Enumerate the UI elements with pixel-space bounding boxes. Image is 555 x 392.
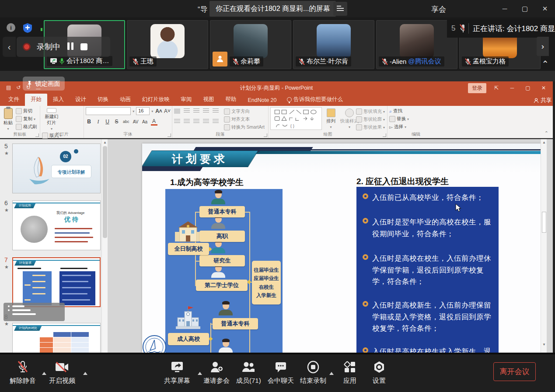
shape-fill-button[interactable]: 形状填充▾	[356, 108, 385, 116]
font-dialog-launcher[interactable]	[168, 133, 171, 137]
scroll-up-icon[interactable]: ▲	[103, 140, 107, 144]
shape-outline-button[interactable]: 形状轮廓▾	[356, 116, 385, 123]
minimize-button[interactable]: ─	[495, 0, 515, 18]
apps-button[interactable]: 应用	[343, 360, 356, 385]
italic-button[interactable]: I	[95, 119, 101, 125]
tab-slideshow[interactable]: 幻灯片放映	[136, 94, 175, 106]
select-button[interactable]: ▻选择▾	[389, 123, 443, 131]
tab-animations[interactable]: 动画	[114, 94, 136, 106]
collapse-strip-chevron-icon[interactable]: ⌃	[541, 59, 549, 69]
arrange-button[interactable]: 排列▾	[325, 108, 337, 132]
tab-help[interactable]: 帮助	[220, 94, 242, 106]
line-spacing-icon[interactable]	[213, 108, 219, 114]
floating-panel-collapsed[interactable]	[3, 303, 65, 321]
cut-button[interactable]: 剪切	[16, 107, 37, 115]
tab-file[interactable]: 文件	[3, 94, 25, 106]
scrollbar-thumb[interactable]	[542, 212, 546, 233]
shrink-font-button[interactable]: A˅	[164, 108, 170, 114]
replace-button[interactable]: 替换▾	[389, 115, 443, 123]
new-slide-button[interactable]: 新建幻灯片▾	[42, 107, 61, 132]
mic-options-arrow[interactable]	[42, 372, 46, 375]
ppt-minimize-button[interactable]: ─	[505, 81, 520, 94]
slide-thumbnail[interactable]: 计划内外对比	[12, 323, 101, 353]
next-participants-button[interactable]: ›	[537, 37, 549, 56]
increase-indent-icon[interactable]	[203, 108, 209, 114]
align-center-icon[interactable]	[184, 119, 190, 124]
text-direction-button[interactable]: 文字方向	[224, 108, 265, 116]
decrease-indent-icon[interactable]	[193, 108, 199, 114]
columns-icon[interactable]	[213, 119, 219, 124]
participant-tile[interactable]: 余莉攀	[210, 20, 291, 69]
ppt-share-button[interactable]: 共享	[534, 97, 552, 104]
slide-thumbnail-selected[interactable]: 计划要求	[12, 257, 101, 307]
drawing-dialog-launcher[interactable]	[383, 133, 386, 137]
bullets-icon[interactable]	[174, 108, 180, 114]
align-text-button[interactable]: 对齐文本	[224, 116, 265, 123]
close-button[interactable]: ✕	[535, 0, 555, 18]
scroll-down-icon[interactable]: ▼	[542, 343, 546, 346]
video-options-arrow[interactable]	[83, 372, 87, 375]
leave-meeting-button[interactable]: 离开会议	[493, 362, 536, 381]
grow-font-button[interactable]: A˄	[155, 108, 162, 114]
maximize-button[interactable]: ▢	[515, 0, 535, 18]
strikethrough-button[interactable]: S	[113, 119, 120, 125]
lock-screen-button[interactable]: 锁定画面	[23, 77, 65, 91]
ppt-close-button[interactable]: ✕	[536, 81, 551, 94]
participant-tile[interactable]: -Alien@腾讯会议	[376, 20, 457, 69]
paragraph-dialog-launcher[interactable]	[264, 133, 267, 137]
shapes-gallery[interactable]: { }	[270, 107, 322, 130]
info-icon[interactable]: i	[6, 23, 16, 34]
share-screen-button[interactable]: 共享屏幕	[164, 360, 190, 385]
tell-me-box[interactable]: 告诉我你想要做什么	[283, 94, 348, 106]
justify-icon[interactable]	[203, 119, 209, 124]
align-left-icon[interactable]	[174, 119, 180, 124]
invite-button[interactable]: 邀请参会	[203, 360, 230, 385]
chat-button[interactable]: 会中聊天	[268, 360, 294, 385]
tab-review[interactable]: 审阅	[175, 94, 198, 106]
align-right-icon[interactable]	[193, 119, 199, 124]
clipboard-dialog-launcher[interactable]	[35, 133, 39, 137]
slide-thumbnail[interactable]: 计划优势 我们的 Advantage 优 待	[12, 200, 101, 250]
slide-scrollbar[interactable]: ▲ ▼	[541, 139, 547, 353]
members-button[interactable]: 成员(71)	[236, 360, 261, 385]
collapse-recording-bar-button[interactable]: ‹	[3, 37, 16, 57]
change-case-button[interactable]: Aa	[142, 119, 148, 124]
tab-insert[interactable]: 插入	[47, 94, 70, 106]
ppt-maximize-button[interactable]: ▢	[520, 81, 535, 94]
char-spacing-button[interactable]: AV	[133, 119, 139, 124]
shadow-button[interactable]: abc	[122, 119, 130, 124]
layout-menu-icon[interactable]	[333, 2, 347, 16]
underline-button[interactable]: U	[104, 119, 111, 125]
pause-recording-button[interactable]	[66, 42, 74, 52]
font-name-input[interactable]	[86, 107, 131, 115]
copy-button[interactable]: 复制▾	[16, 115, 37, 123]
participant-tile[interactable]: 王璁	[127, 20, 208, 69]
slide-thumbnail[interactable]: 02 专项计划详解	[12, 144, 101, 193]
tab-endnote[interactable]: EndNote 20	[242, 95, 283, 106]
settings-button[interactable]: 设置	[373, 360, 386, 385]
scroll-up-icon[interactable]: ▲	[542, 140, 546, 144]
ribbon-display-options-button[interactable]: ⇱	[489, 81, 504, 94]
tab-design[interactable]: 设计	[70, 94, 92, 106]
collapse-ribbon-chevron-icon[interactable]: ⌃	[545, 130, 548, 136]
find-button[interactable]: ⌕查找	[389, 107, 443, 115]
bold-button[interactable]: B	[86, 119, 92, 125]
unmute-button[interactable]: 解除静音	[10, 360, 36, 385]
shield-icon[interactable]	[23, 23, 32, 35]
smartart-button[interactable]: 转换为 SmartArt	[224, 123, 265, 131]
numbering-icon[interactable]	[184, 108, 190, 114]
font-color-button[interactable]: A	[151, 118, 157, 126]
scrollbar-thumb[interactable]	[103, 146, 107, 238]
record-options-arrow[interactable]	[329, 372, 334, 375]
tab-transitions[interactable]: 切换	[92, 94, 114, 106]
ppt-login-button[interactable]: 登录	[468, 83, 486, 93]
stop-record-button[interactable]: 结束录制	[300, 360, 326, 385]
thumbnail-scrollbar[interactable]: ▲	[101, 139, 108, 353]
share-options-arrow[interactable]	[198, 372, 202, 375]
shape-effects-button[interactable]: 形状效果▾	[356, 123, 385, 131]
start-video-button[interactable]: 开启视频	[49, 360, 75, 385]
format-painter-button[interactable]: 格式刷	[16, 123, 37, 131]
stop-recording-button[interactable]	[80, 43, 87, 50]
tab-home[interactable]: 开始	[25, 94, 47, 106]
font-size-input[interactable]: 16	[136, 107, 150, 115]
